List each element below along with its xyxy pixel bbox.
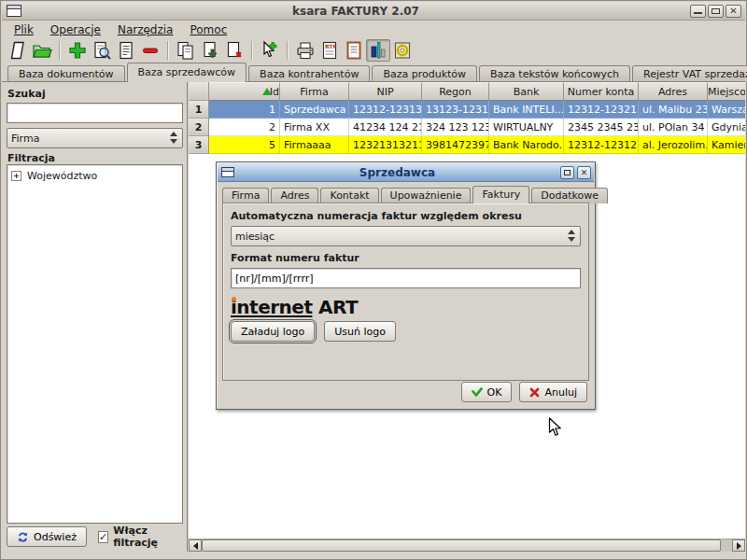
column-header-firma[interactable]: Firma [280,82,349,101]
remove-icon[interactable] [138,39,162,62]
tab-baza-tekstow[interactable]: Baza tekstów końcowych [479,65,630,82]
sidebar: Szukaj Firma Filtracja Województwo Odświ… [2,82,188,552]
invoice-format-input[interactable] [231,268,581,288]
dialog-close-button[interactable]: ✕ [577,166,591,179]
dialog-window-icon[interactable] [221,167,234,177]
row-header[interactable]: 3 [189,136,209,154]
row-header[interactable]: 2 [189,119,209,136]
table-row[interactable]: 3 5 Firmaaaa 12321313211... 398147239784… [189,136,745,154]
remove-logo-button[interactable]: Usuń logo [324,321,396,342]
app-window: ksara FAKTURY 2.07 ✕ Plik Operacje Narzę… [0,0,747,560]
report-document-icon[interactable] [342,39,366,62]
filter-checkbox[interactable]: ✓ [98,531,108,543]
open-folder-icon[interactable] [30,39,54,62]
close-button[interactable]: ✕ [726,5,741,18]
search-field-select[interactable]: Firma [7,128,183,148]
dialog-tab-page: Automatyczna numeracja faktur względem o… [222,203,589,381]
column-header-regon[interactable]: Regon [422,82,489,101]
ok-button[interactable]: OK [461,382,513,402]
export-rtf-icon[interactable]: RTF [317,39,342,62]
email-icon[interactable] [390,39,415,62]
maximize-button[interactable] [708,5,724,18]
dialog-tab-adres[interactable]: Adres [271,188,318,203]
table-row[interactable]: 1 1 Sprzedawca 12312-12313-... 13123-123… [189,101,745,119]
tree-expand-icon[interactable] [11,171,21,181]
select-add-icon[interactable] [258,39,282,62]
dialog-titlebar[interactable]: Sprzedawca ✕ [218,163,594,182]
column-header-numer-konta[interactable]: Numer konta [564,82,639,101]
toolbar-separator [59,41,61,60]
column-header-bank[interactable]: Bank [489,82,564,101]
scrollbar-thumb[interactable] [202,539,721,552]
menu-pomoc[interactable]: Pomoc [181,21,235,38]
maximize-icon [712,8,720,14]
edit-document-icon[interactable] [114,39,138,62]
menu-plik[interactable]: Plik [6,21,42,38]
filter-checkbox-label: Włącz filtrację [113,525,183,549]
delete-document-icon[interactable] [222,39,247,62]
print-icon[interactable] [293,39,317,62]
minimize-button[interactable] [690,5,706,18]
scroll-right-icon [737,542,741,550]
tab-baza-dokumentow[interactable]: Baza dokumentów [7,65,125,82]
logo-dot [232,297,236,301]
sprzedawca-dialog: Sprzedawca ✕ Firma Adres Kontakt Upoważn… [216,161,596,410]
mouse-cursor [548,417,562,438]
scroll-left-icon [193,542,198,550]
dialog-tab-firma[interactable]: Firma [222,188,269,203]
toolbar-separator [167,41,169,60]
horizontal-scrollbar[interactable] [189,539,745,552]
dialog-tab-upowaznienie[interactable]: Upoważnienie [381,188,472,203]
table-row[interactable]: 2 2 Firma XX 41234 124 21... 324 123 123… [189,119,745,136]
cancel-button[interactable]: Anuluj [519,382,587,402]
main-tab-strip: Baza dokumentów Baza sprzedawców Baza ko… [2,63,745,82]
window-title: ksara FAKTURY 2.07 [21,5,690,18]
column-header-id[interactable]: Id [209,82,280,101]
dialog-tab-faktury[interactable]: Faktury [472,186,529,203]
refresh-button[interactable]: Odśwież [7,526,87,547]
search-label: Szukaj [7,88,182,100]
search-input[interactable] [7,103,183,123]
tree-item-wojewodztwo[interactable]: Województwo [11,170,178,182]
tab-baza-sprzedawcow[interactable]: Baza sprzedawców [127,63,247,82]
refresh-label: Odśwież [34,531,77,543]
dialog-maximize-button[interactable] [560,166,574,179]
sort-ascending-icon [262,88,272,95]
row-header[interactable]: 1 [189,101,209,119]
chart-icon[interactable] [366,39,390,62]
toolbar-separator [251,41,253,60]
load-logo-button[interactable]: Załaduj logo [231,321,315,342]
column-header-nip[interactable]: NIP [349,82,422,101]
dialog-title: Sprzedawca [234,166,560,179]
dialog-tab-dodatkowe[interactable]: Dodatkowe [531,188,608,203]
tab-baza-produktow[interactable]: Baza produktów [372,65,477,82]
find-document-icon[interactable] [90,39,114,62]
import-document-icon[interactable] [198,39,222,62]
tab-baza-kontrahentow[interactable]: Baza kontrahentów [248,65,370,82]
ok-check-icon [472,387,483,398]
menu-narzedzia[interactable]: Narzędzia [109,21,182,38]
spinner-arrows-icon [568,230,575,242]
tree-item-label: Województwo [27,170,97,182]
scroll-left-button[interactable] [189,539,202,552]
toolbar-separator [287,41,289,60]
window-icon[interactable] [7,5,21,17]
numbering-period-select[interactable]: miesiąc [231,226,581,246]
tab-rejestr-vat[interactable]: Rejestr VAT sprzedaży [632,65,747,82]
dialog-maximize-icon [564,170,571,175]
corner-cell [189,82,209,101]
menubar: Plik Operacje Narzędzia Pomoc [2,21,745,38]
dialog-tab-strip: Firma Adres Kontakt Upoważnienie Faktury… [222,186,589,203]
scroll-right-button[interactable] [732,539,745,552]
titlebar[interactable]: ksara FAKTURY 2.07 ✕ [2,2,745,21]
copy-document-icon[interactable] [174,39,198,62]
format-label: Format numeru faktur [231,252,581,264]
dialog-tab-kontakt[interactable]: Kontakt [320,188,378,203]
add-icon[interactable] [65,39,90,62]
close-icon: ✕ [726,6,740,17]
toolbar: RTF [2,38,745,63]
new-document-icon[interactable] [6,39,30,62]
column-header-adres[interactable]: Adres [639,82,708,101]
column-header-miejscowosc[interactable]: Miejscowość [708,82,745,101]
menu-operacje[interactable]: Operacje [42,21,109,38]
